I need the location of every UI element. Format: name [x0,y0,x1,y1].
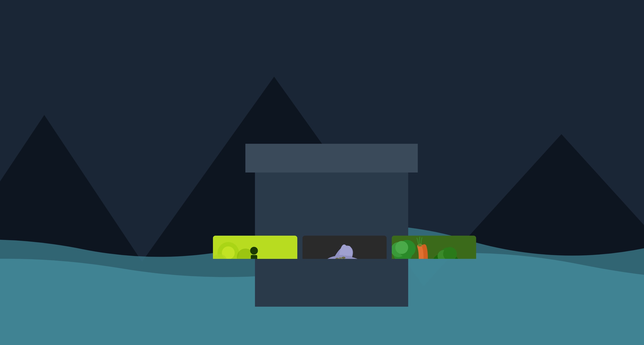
svg-rect-45 [392,171,408,230]
projects-grid: India Gujarat State Wind Farm Generating… [213,171,476,259]
project-image-hydro [392,171,476,210]
svg-point-58 [342,257,346,259]
svg-point-53 [250,247,258,255]
svg-point-63 [396,241,408,254]
project-image-tech [213,236,297,259]
project-card-veggie[interactable] [392,236,476,259]
project-card-hydro-power[interactable]: India Kinnaur Hydroelectric Power Genera… [392,171,476,230]
project-card-tech[interactable] [213,236,297,259]
svg-rect-54 [251,255,257,259]
browser-window: ‹ › app.greenly.earth gr· [161,86,483,259]
content-area: Carbon Offset - Projects [206,111,483,259]
project-image-veggie [392,236,476,259]
app-container: gr· Dashboard [161,98,483,259]
main-content: Actions / Carbon Offset Carbon Offset - … [206,98,483,259]
project-card-hand[interactable] [302,236,387,259]
project-image-hand [302,236,387,259]
svg-rect-46 [392,171,418,173]
